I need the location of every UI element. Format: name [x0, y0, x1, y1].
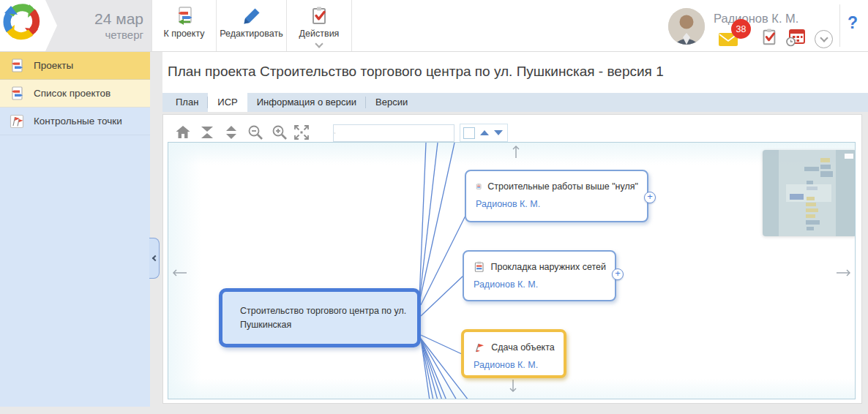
minimap-node: [806, 203, 816, 206]
red-flags-document-icon: [9, 113, 25, 129]
tasks-icon[interactable]: [760, 28, 779, 50]
sidebar-item-projects[interactable]: Проекты: [0, 52, 150, 80]
wbs-panel: Строительство торгового центра по ул. Пу…: [162, 114, 862, 404]
wbs-node-handover[interactable]: Сдача объекта Радионов К. М.: [461, 329, 566, 378]
sidebar-item-milestones[interactable]: Контрольные точки: [0, 108, 150, 135]
sidebar-item-project-list[interactable]: Список проектов: [0, 80, 150, 108]
date-weekday: четверг: [105, 28, 144, 42]
clipboard-bars-icon: [476, 181, 482, 192]
minimap-node: [807, 197, 815, 200]
search-options-group: [460, 124, 508, 142]
clipboard-bars-icon: [474, 261, 484, 273]
wbs-node-title: Прокладка наружних сетей: [490, 262, 606, 272]
minimap-root-node: [790, 194, 804, 200]
search-prev-button[interactable]: [480, 130, 489, 135]
wbs-node-assignee[interactable]: Радионов К. М.: [474, 360, 555, 370]
wbs-node-assignee[interactable]: Радионов К. М.: [474, 279, 606, 290]
header: 24 мар четверг К проекту: [0, 0, 868, 52]
search-box: [333, 124, 454, 142]
clipboard-check-icon: [309, 5, 329, 27]
title-block: План проекта Строительство торгового цен…: [162, 52, 868, 93]
tab-bar: План ИСР Информация о версии Версии: [162, 93, 868, 112]
chevron-down-icon: [315, 39, 323, 48]
tab-versions[interactable]: Версии: [366, 93, 417, 112]
minimap-node: [806, 208, 818, 212]
app-logo[interactable]: [0, 0, 47, 51]
collapse-all-button[interactable]: [198, 124, 216, 141]
cycle-arrows-icon: [0, 0, 42, 42]
expand-node-button[interactable]: +: [644, 192, 656, 203]
search-next-button[interactable]: [494, 130, 503, 135]
pan-up-arrow[interactable]: [509, 144, 523, 162]
zoom-out-button[interactable]: [247, 124, 264, 141]
expand-all-button[interactable]: [222, 124, 240, 141]
sidebar-item-label: Список проектов: [34, 88, 111, 99]
expand-node-button[interactable]: +: [612, 268, 624, 280]
tab-wbs[interactable]: ИСР: [208, 93, 247, 112]
wbs-node-title: Строительные работы выше "нуля": [487, 181, 638, 192]
page-title: План проекта Строительство торгового цен…: [168, 64, 664, 80]
wbs-node-networks[interactable]: Прокладка наружних сетей Радионов К. М.: [463, 250, 616, 301]
wbs-node-construction[interactable]: Строительные работы выше "нуля" Радионов…: [465, 170, 648, 222]
fit-screen-button[interactable]: [293, 124, 310, 141]
minimap-node: [806, 214, 815, 218]
chevron-left-icon: [151, 255, 157, 261]
wbs-node-assignee[interactable]: Радионов К. М.: [476, 199, 638, 209]
minimap[interactable]: [763, 150, 856, 236]
help-button[interactable]: ?: [848, 13, 858, 33]
pencil-icon: [242, 5, 262, 27]
minimap-node: [820, 171, 833, 177]
avatar-photo: [668, 8, 705, 45]
wbs-root-title: Строительство торгового центра по ул. Пу…: [240, 304, 407, 331]
pan-down-arrow[interactable]: [506, 379, 520, 396]
minimap-node: [820, 165, 831, 169]
wbs-node-title: Сдача объекта: [491, 342, 555, 353]
document-swap-arrows-icon: [9, 86, 25, 102]
wbs-root-node[interactable]: Строительство торгового центра по ул. Пу…: [219, 288, 421, 347]
search-checkbox[interactable]: [463, 127, 475, 139]
search-input[interactable]: [336, 126, 454, 140]
wbs-canvas[interactable]: Строительство торгового центра по ул. Пу…: [168, 142, 856, 399]
header-separator: [839, 4, 840, 47]
home-button[interactable]: [174, 124, 192, 141]
avatar[interactable]: [668, 8, 705, 45]
minimap-node: [807, 227, 814, 230]
date-display: 24 мар четверг: [45, 0, 152, 51]
pan-right-arrow[interactable]: [836, 267, 852, 282]
minimap-node: [820, 158, 830, 162]
sidebar: Проекты Список проектов: [0, 52, 150, 407]
actions-label: Действия: [299, 29, 340, 39]
tab-version-info[interactable]: Информация о версии: [247, 93, 366, 112]
document-swap-arrows-icon: [9, 58, 25, 74]
red-flag-icon: [474, 342, 485, 353]
minimap-node: [804, 167, 819, 171]
date-day: 24 мар: [94, 10, 143, 28]
edit-button[interactable]: Редактировать: [217, 0, 287, 51]
minimap-marker: [845, 154, 853, 159]
sidebar-collapse-handle[interactable]: [149, 238, 160, 279]
mail-count-badge: 38: [731, 19, 751, 39]
sidebar-item-label: Проекты: [34, 60, 73, 71]
actions-button[interactable]: Действия: [287, 0, 352, 51]
zoom-in-button[interactable]: [271, 124, 288, 141]
calendar-clock-icon[interactable]: [785, 28, 806, 50]
sidebar-item-label: Контрольные точки: [34, 116, 122, 127]
minimap-node: [806, 220, 820, 225]
pan-left-arrow[interactable]: [171, 267, 187, 282]
edit-label: Редактировать: [220, 29, 283, 39]
user-menu-chevron[interactable]: [815, 30, 833, 48]
tab-plan[interactable]: План: [166, 93, 208, 112]
to-project-label: К проекту: [163, 29, 204, 39]
app-window: 24 мар четверг К проекту: [0, 0, 868, 414]
to-project-button[interactable]: К проекту: [151, 0, 217, 51]
document-swap-arrows-icon: [174, 5, 195, 27]
